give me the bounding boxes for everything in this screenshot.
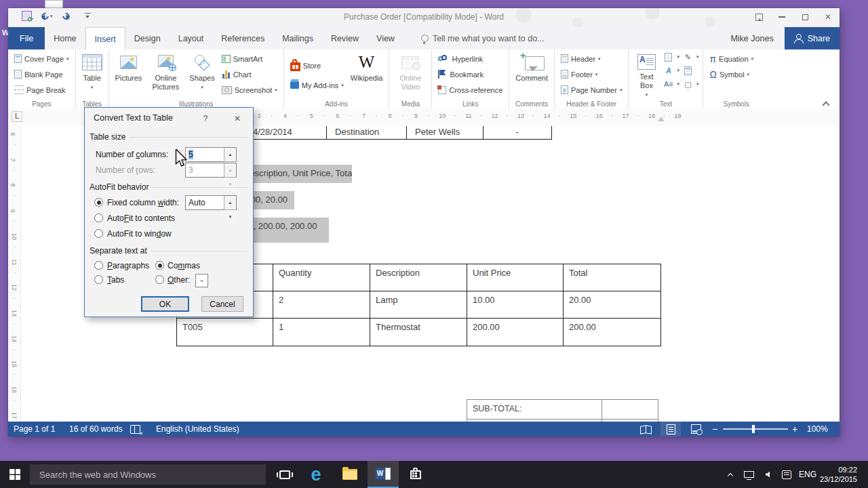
fixed-width-input[interactable]: Auto ▲▼ — [185, 195, 237, 210]
file-explorer-button[interactable] — [334, 461, 366, 488]
proofing-icon[interactable] — [130, 425, 140, 434]
table-cell[interactable]: Destination — [327, 126, 407, 139]
columns-input[interactable]: 5 ▲▼ — [185, 147, 237, 162]
table-cell[interactable]: 2 — [273, 291, 370, 319]
close-button[interactable]: ✕ — [816, 8, 840, 26]
tab-home[interactable]: Home — [45, 27, 85, 49]
network-button[interactable] — [739, 461, 758, 488]
zoom-slider-thumb[interactable] — [752, 425, 755, 433]
volume-button[interactable] — [758, 461, 777, 488]
object-button[interactable]: ▢▾ — [682, 79, 699, 89]
online-video-button[interactable]: Online Video — [393, 52, 427, 99]
zoom-slider-track[interactable] — [723, 428, 788, 430]
chart-button[interactable]: Chart — [220, 67, 279, 81]
shapes-button[interactable]: Shapes▾ — [187, 52, 216, 99]
edge-button[interactable]: e — [300, 461, 332, 488]
my-addins-button[interactable]: My Add-ins▾ — [288, 78, 346, 92]
minimize-button[interactable] — [770, 8, 793, 26]
taskbar-search-box[interactable]: Search the web and Windows — [30, 464, 266, 485]
table-header-cell[interactable]: Total — [564, 264, 660, 291]
signature-line-button[interactable]: ✎▾ — [682, 52, 699, 62]
spin-up-icon[interactable]: ▲ — [224, 148, 236, 162]
table-cell[interactable]: T005 — [177, 319, 273, 346]
fixed-width-radio[interactable] — [94, 198, 103, 207]
tab-file[interactable]: File — [8, 27, 45, 49]
read-mode-button[interactable] — [635, 422, 656, 436]
subtotal-value-cell[interactable] — [602, 400, 658, 419]
autofit-contents-radio[interactable] — [94, 214, 103, 222]
word-taskbar-button[interactable] — [368, 461, 399, 488]
table-button[interactable]: Table▾ — [80, 52, 104, 99]
tell-me-box[interactable]: Tell me what you want to do... — [421, 27, 545, 49]
cross-reference-button[interactable]: Cross-reference — [436, 83, 505, 97]
tab-view[interactable]: View — [368, 27, 403, 49]
user-name[interactable]: Mike Jones — [730, 27, 773, 49]
spin-up-icon[interactable]: ▲ — [224, 196, 236, 210]
paragraphs-radio[interactable] — [94, 261, 103, 270]
tab-layout[interactable]: Layout — [170, 27, 213, 49]
page-break-button[interactable]: Page Break — [12, 83, 71, 97]
text-box-button[interactable]: Text Box▾ — [633, 52, 660, 99]
comment-button[interactable]: Comment — [513, 52, 550, 99]
table-header-cell[interactable]: Quantity — [273, 264, 370, 291]
share-button[interactable]: Share — [785, 27, 840, 49]
vertical-ruler[interactable]: 6·7·8·9·10·11·12·13·14·15·16·17· — [9, 126, 21, 422]
selected-text-line[interactable]: Description, Unit Price, Total — [243, 165, 352, 183]
ribbon-display-options-button[interactable] — [747, 8, 770, 26]
task-view-button[interactable] — [270, 461, 300, 488]
other-input[interactable]: - — [195, 274, 208, 287]
table-cell[interactable]: Peter Wells — [407, 126, 484, 139]
language-indicator[interactable]: English (United States) — [156, 424, 239, 434]
zoom-out-button[interactable]: − — [712, 424, 717, 434]
table-cell[interactable]: 200.00 — [467, 319, 564, 346]
tab-mailings[interactable]: Mailings — [273, 27, 322, 49]
screenshot-button[interactable]: Screenshot▾ — [220, 83, 279, 97]
table-cell[interactable]: 20.00 — [564, 291, 660, 319]
maximize-button[interactable] — [793, 8, 816, 26]
table-header-cell[interactable]: Description — [370, 264, 467, 291]
collapse-ribbon-button[interactable] — [823, 100, 829, 106]
taskbar-clock[interactable]: 09:22 23/12/2015 — [820, 465, 857, 484]
cover-page-button[interactable]: Cover Page▾ — [12, 52, 71, 66]
autofit-window-radio[interactable] — [94, 229, 103, 238]
equation-button[interactable]: πEquation▾ — [707, 52, 755, 66]
subtotal-label-cell[interactable]: SUB-TOTAL: — [467, 400, 602, 419]
table-cell[interactable]: 4/28/2014 — [245, 126, 327, 139]
table-cell[interactable]: 1 — [273, 319, 370, 346]
table-header-cell[interactable]: Unit Price — [467, 264, 564, 291]
zoom-level[interactable]: 100% — [807, 424, 828, 434]
tabs-radio[interactable] — [94, 275, 103, 284]
print-layout-button[interactable] — [660, 422, 681, 436]
table-cell[interactable]: - — [484, 126, 551, 139]
page-number-button[interactable]: Page Number▾ — [559, 83, 624, 97]
spin-down-icon[interactable]: ▼ — [224, 210, 236, 224]
date-time-button[interactable] — [682, 65, 699, 76]
tab-review[interactable]: Review — [322, 27, 368, 49]
selected-text-line[interactable]: tat, 200.00, 200.00 — [243, 218, 329, 243]
start-button[interactable] — [0, 461, 30, 488]
symbol-button[interactable]: ΩSymbol▾ — [707, 67, 755, 81]
store-taskbar-button[interactable] — [400, 461, 431, 488]
ok-button[interactable]: OK — [141, 296, 189, 312]
tab-design[interactable]: Design — [125, 27, 170, 49]
wordart-button[interactable]: A▾ — [663, 65, 679, 76]
drop-cap-button[interactable]: A≡▾ — [663, 79, 679, 89]
fixed-width-spinner[interactable]: ▲▼ — [224, 196, 236, 209]
table-cell[interactable]: Lamp — [370, 291, 467, 319]
dialog-help-button[interactable]: ? — [197, 112, 214, 125]
table-cell[interactable]: 200.00 — [564, 319, 660, 346]
action-center-button[interactable] — [777, 461, 796, 488]
web-layout-button[interactable] — [686, 422, 706, 436]
header-button[interactable]: Header▾ — [559, 52, 624, 66]
language-button[interactable]: ENG — [796, 461, 819, 488]
bookmark-button[interactable]: Bookmark — [436, 67, 505, 81]
smartart-button[interactable]: SmartArt — [220, 52, 279, 66]
tab-selector[interactable]: L — [12, 111, 22, 122]
word-count[interactable]: 16 of 60 words — [69, 424, 123, 434]
tray-expand-button[interactable] — [722, 461, 739, 488]
tab-references[interactable]: References — [212, 27, 273, 49]
dialog-close-button[interactable]: ✕ — [229, 112, 246, 125]
hyperlink-button[interactable]: Hyperlink — [436, 52, 505, 66]
cancel-button[interactable]: Cancel — [201, 296, 243, 312]
wikipedia-button[interactable]: W Wikipedia — [349, 52, 385, 99]
